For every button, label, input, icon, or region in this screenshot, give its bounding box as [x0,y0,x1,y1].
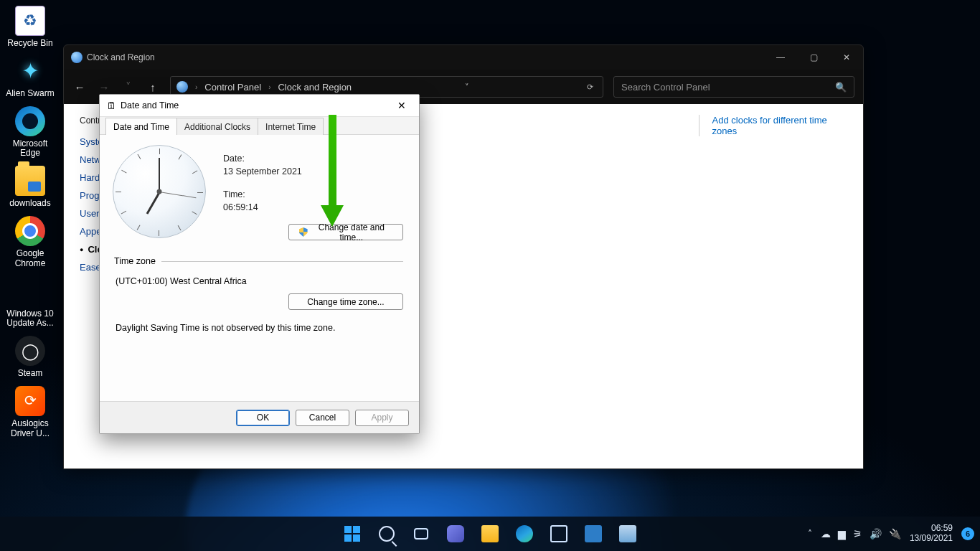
hour-hand [146,192,161,215]
desktop-icon-edge[interactable]: Microsoft Edge [3,103,57,164]
volume-icon[interactable]: 🔊 [870,528,882,540]
nav-back-icon[interactable]: ← [72,80,87,94]
calendar-clock-icon: 🗓 [107,100,116,111]
minimize-button[interactable]: — [764,45,797,70]
tab-additional-clocks[interactable]: Additional Clocks [176,118,258,135]
change-date-time-button[interactable]: Change date and time... [288,224,403,240]
tab-strip: Date and Time Additional Clocks Internet… [100,116,419,135]
notifications-badge[interactable]: 6 [961,527,974,540]
chevron-right-icon: › [268,83,270,91]
date-label: Date: [223,154,302,164]
label: Microsoft Edge [13,138,48,159]
dialog-title: Date and Time [121,100,179,110]
date-time-dialog: 🗓 Date and Time ✕ Date and Time Addition… [99,94,420,434]
desktop-icon-chrome[interactable]: Google Chrome [3,213,57,273]
label: Windows 10 Update As... [6,309,53,329]
maximize-button[interactable]: ▢ [797,45,830,70]
start-button[interactable] [338,519,367,548]
analog-clock [113,145,206,238]
chevron-right-icon: › [195,83,197,91]
search-box[interactable]: Search Control Panel 🔍 [613,76,854,98]
ok-button[interactable]: OK [236,410,290,426]
label: Google Chrome [15,248,46,268]
window-buttons: — ▢ ✕ [764,45,863,70]
dst-note: Daylight Saving Time is not observed by … [116,323,335,333]
cancel-button[interactable]: Cancel [296,410,349,426]
breadcrumb-leaf[interactable]: Clock and Region [278,82,352,93]
label: downloads [9,198,50,208]
desktop-icon-alien-swarm[interactable]: ✦Alien Swarm [3,53,57,103]
clock-region-icon [71,52,83,63]
search-placeholder: Search Control Panel [621,82,710,93]
tray-clock[interactable]: 06:59 13/09/2021 [910,524,953,544]
apply-button[interactable]: Apply [355,410,409,426]
taskbar-search[interactable] [372,519,401,548]
wifi-icon[interactable]: ⚞ [853,528,862,540]
control-panel-icon [176,81,188,93]
time-value: 06:59:14 [223,202,302,212]
taskbar-chat[interactable] [441,519,470,548]
desktop-icons: ♻Recycle Bin ✦Alien Swarm Microsoft Edge… [3,3,57,443]
taskbar-control-panel[interactable] [613,519,642,548]
minute-hand [159,158,160,192]
task-view[interactable] [407,519,435,548]
onedrive-icon[interactable]: ☁ [821,528,831,540]
taskbar-edge[interactable] [510,519,539,548]
taskbar-app-1[interactable] [579,519,608,548]
desktop-icon-recycle-bin[interactable]: ♻Recycle Bin [3,3,57,53]
address-dropdown-icon[interactable]: ˅ [465,83,469,92]
window-title: Clock and Region [87,52,155,62]
desktop: ♻Recycle Bin ✦Alien Swarm Microsoft Edge… [0,0,980,551]
action-links: Set the time and date Change the time zo… [490,115,846,136]
time-label: Time: [223,189,302,199]
desktop-icon-auslogics[interactable]: ⟳Auslogics Driver U... [3,383,57,443]
search-icon: 🔍 [835,82,847,93]
nav-up-icon[interactable]: ↑ [146,80,160,94]
label: Recycle Bin [7,38,52,48]
taskbar-center [338,519,642,548]
power-icon[interactable]: 🔌 [889,528,901,540]
tab-date-time[interactable]: Date and Time [105,118,177,135]
timezone-groupbox: Time zone [114,256,403,266]
dialog-button-row: OK Cancel Apply [100,401,419,433]
nav-recent-icon[interactable]: ˅ [121,80,136,94]
tray-time: 06:59 [910,524,953,534]
tray-date: 13/09/2021 [910,534,953,544]
link-add-clocks[interactable]: Add clocks for different time zones [699,115,846,136]
desktop-icon-steam[interactable]: ◯Steam [3,333,57,383]
titlebar[interactable]: Clock and Region [64,45,863,70]
taskbar: ˄ ☁ ▆ ⚞ 🔊 🔌 06:59 13/09/2021 6 [0,517,980,551]
timezone-header: Time zone [114,256,156,266]
label: Auslogics Driver U... [11,418,50,438]
nav-forward-icon[interactable]: → [97,80,111,94]
second-hand [159,192,197,198]
dialog-titlebar[interactable]: 🗓 Date and Time [100,95,419,116]
label: Steam [18,368,43,378]
dialog-close-button[interactable]: ✕ [387,96,416,115]
taskbar-store[interactable] [545,519,573,548]
system-tray: ˄ ☁ ▆ ⚞ 🔊 🔌 06:59 13/09/2021 6 [808,517,974,551]
close-button[interactable]: ✕ [830,45,863,70]
change-timezone-button[interactable]: Change time zone... [288,293,403,310]
desktop-icon-win10-update[interactable]: Windows 10 Update As... [3,273,57,334]
taskbar-explorer[interactable] [476,519,504,548]
label: Alien Swarm [6,88,54,98]
timezone-value: (UTC+01:00) West Central Africa [116,276,247,286]
desktop-icon-downloads[interactable]: downloads [3,163,57,213]
date-value: 13 September 2021 [223,166,302,176]
refresh-icon[interactable]: ⟳ [583,83,597,92]
breadcrumb-root[interactable]: Control Panel [204,82,261,93]
tray-overflow-icon[interactable]: ˄ [808,529,812,539]
clock-pin [157,189,162,194]
battery-icon[interactable]: ▆ [838,528,846,540]
tab-internet-time[interactable]: Internet Time [258,118,324,135]
